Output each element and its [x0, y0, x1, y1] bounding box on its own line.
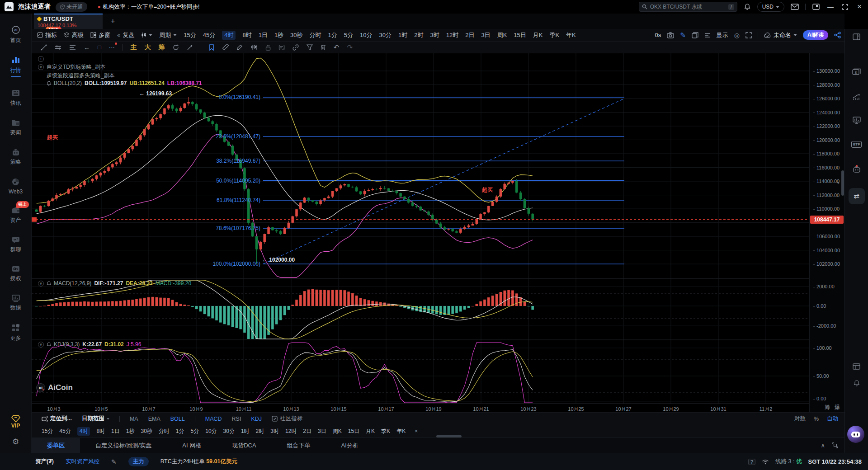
close-timeframe-row-icon[interactable]: ×: [415, 428, 418, 434]
main-force-badge[interactable]: 主力: [128, 457, 149, 466]
draw-pencil-icon[interactable]: ✎: [680, 31, 686, 39]
symbol-tab-active[interactable]: BTC/USDT 108447.17 0.13% NEW: [34, 14, 103, 29]
axis-collapse-icon[interactable]: ◂: [837, 180, 839, 185]
timeframe-季K[interactable]: 季K: [549, 31, 559, 39]
chip-corner-label[interactable]: 筹: [825, 404, 830, 411]
timeframe-4时[interactable]: 4时: [222, 31, 236, 40]
overlay-toggle-MA[interactable]: MA: [130, 416, 138, 422]
bell-icon[interactable]: [744, 3, 751, 10]
timeframe-周K[interactable]: 周K: [333, 428, 342, 435]
ai-analyze-button[interactable]: AI解读: [803, 30, 828, 40]
rectangle-tool-icon[interactable]: □: [98, 44, 101, 51]
timeframe-45分[interactable]: 45分: [59, 428, 71, 435]
funds-icon[interactable]: $: [852, 68, 861, 75]
timeframe-10分[interactable]: 10分: [205, 428, 217, 435]
etf-icon[interactable]: ETF: [851, 141, 862, 148]
add-tab-button[interactable]: +: [111, 17, 115, 25]
timeframe-3日[interactable]: 3日: [318, 428, 326, 435]
bottom-tab-委单区[interactable]: 委单区: [32, 438, 80, 453]
settings-gear-icon[interactable]: ⚙: [12, 437, 19, 446]
bottom-tab-现货DCA[interactable]: 现货DCA: [217, 438, 271, 453]
scale-toggle-自动[interactable]: 自动: [827, 415, 838, 423]
timeframe-年K[interactable]: 年K: [396, 428, 406, 435]
timeframe-1分[interactable]: 1分: [328, 31, 337, 39]
liquidation-corner-label[interactable]: 爆: [835, 404, 840, 411]
timeframe-12时[interactable]: 12时: [285, 428, 297, 435]
community-indicator-button[interactable]: 社区指标: [272, 415, 302, 423]
timeframe-1时[interactable]: 1时: [241, 428, 250, 435]
trendline-tool-icon[interactable]: [41, 44, 47, 51]
sidebar-item-vip[interactable]: VIP: [11, 415, 20, 429]
timeframe-1秒[interactable]: 1秒: [126, 428, 135, 435]
fullscreen-icon[interactable]: [745, 32, 752, 38]
timeframe-1日[interactable]: 1日: [111, 428, 120, 435]
sidebar-item-newsflash[interactable]: 快讯: [0, 89, 32, 107]
template-tool-icon[interactable]: [278, 44, 285, 51]
sidebar-item-home-logo[interactable]: ɑi首页: [0, 25, 32, 44]
parallel-lines-tool-icon[interactable]: [55, 45, 61, 50]
timeframe-8时[interactable]: 8时: [242, 31, 251, 39]
timeframe-年K[interactable]: 年K: [566, 31, 576, 39]
anchor-link-tool-icon[interactable]: [292, 44, 299, 51]
timeframe-分时[interactable]: 分时: [159, 428, 170, 435]
signature-tool-icon[interactable]: [236, 44, 243, 50]
sidebar-item-market-bars[interactable]: 行情: [0, 56, 32, 77]
swap-panel-button[interactable]: ⇄: [849, 188, 865, 204]
panel-layout-icon[interactable]: [853, 33, 860, 40]
indicator-button[interactable]: 指标: [37, 31, 57, 39]
bottom-tab-AI 网格[interactable]: AI 网格: [167, 438, 217, 453]
bookmark-tool-icon[interactable]: [209, 44, 214, 51]
sidebar-item-chat[interactable]: 群聊: [0, 236, 32, 254]
timeframe-8时[interactable]: 8时: [96, 428, 105, 435]
chart-style-select[interactable]: [141, 32, 152, 38]
pattern-tool-icon[interactable]: [251, 44, 258, 50]
trash-tool-icon[interactable]: [321, 44, 326, 51]
horizontal-lines-tool-icon[interactable]: [69, 45, 76, 50]
market-monitor-icon[interactable]: [853, 117, 861, 124]
account-status-badge[interactable]: 未开通: [55, 2, 87, 12]
timeframe-12时[interactable]: 12时: [446, 31, 458, 39]
filter-tool-icon[interactable]: [307, 44, 313, 50]
timeframe-15日[interactable]: 15日: [348, 428, 359, 435]
timeframe-2日[interactable]: 2日: [303, 428, 311, 435]
help-button[interactable]: ?: [748, 459, 755, 465]
layout-split-icon[interactable]: [853, 363, 860, 370]
chart-plot[interactable]: [32, 53, 809, 412]
sidebar-item-more-grid[interactable]: 更多: [0, 324, 32, 342]
minimize-button[interactable]: —: [826, 3, 835, 11]
redo-icon[interactable]: ↷: [347, 43, 353, 52]
timeframe-月K[interactable]: 月K: [366, 428, 375, 435]
chip-tool[interactable]: 筹: [159, 43, 165, 52]
timeframe-45分[interactable]: 45分: [203, 31, 215, 39]
scale-toggle-%[interactable]: %: [814, 416, 819, 422]
multiwindow-button[interactable]: 多窗: [90, 31, 110, 39]
indicator-toggle-MACD[interactable]: MACD: [205, 416, 222, 422]
timeframe-1日[interactable]: 1日: [259, 31, 268, 39]
timeframe-10分[interactable]: 10分: [360, 31, 372, 39]
locate-button[interactable]: 定位到...: [42, 415, 72, 423]
collapse-panel-icon[interactable]: ∧: [821, 442, 825, 449]
broadcast-notice[interactable]: 机构效率：一次下单=200+账户秒同步!: [98, 3, 200, 11]
share-icon[interactable]: [834, 32, 841, 38]
timeframe-1时[interactable]: 1时: [398, 31, 407, 39]
sidebar-item-web3-pie[interactable]: Web3: [0, 178, 32, 195]
timeframe-周K[interactable]: 周K: [497, 31, 507, 39]
overlay-toggle-EMA[interactable]: EMA: [148, 416, 160, 422]
timeframe-4时[interactable]: 4时: [77, 427, 90, 436]
alarm-bell-icon[interactable]: [853, 380, 860, 387]
maximize-button[interactable]: [841, 3, 849, 11]
strategy-robot-icon[interactable]: [853, 166, 861, 173]
popout-panel-icon[interactable]: [832, 442, 838, 448]
close-button[interactable]: ×: [855, 3, 863, 11]
overlay-toggle-BOLL[interactable]: BOLL: [170, 416, 185, 422]
bottom-tab-组合下单[interactable]: 组合下单: [272, 438, 326, 453]
risk-monitor-link[interactable]: 实时资产风控: [66, 458, 99, 465]
display-menu[interactable]: 显示: [717, 31, 728, 39]
indicator-toggle-KDJ[interactable]: KDJ: [251, 416, 262, 422]
indicator-toggle-RSI[interactable]: RSI: [232, 416, 241, 422]
sidebar-item-headlines[interactable]: 要闻: [0, 119, 32, 136]
edit-pencil-icon[interactable]: ✎: [111, 458, 117, 465]
ruler-tool-icon[interactable]: [222, 44, 229, 51]
pip-window-icon[interactable]: [812, 3, 820, 11]
replay-button[interactable]: « 复盘: [117, 31, 134, 39]
